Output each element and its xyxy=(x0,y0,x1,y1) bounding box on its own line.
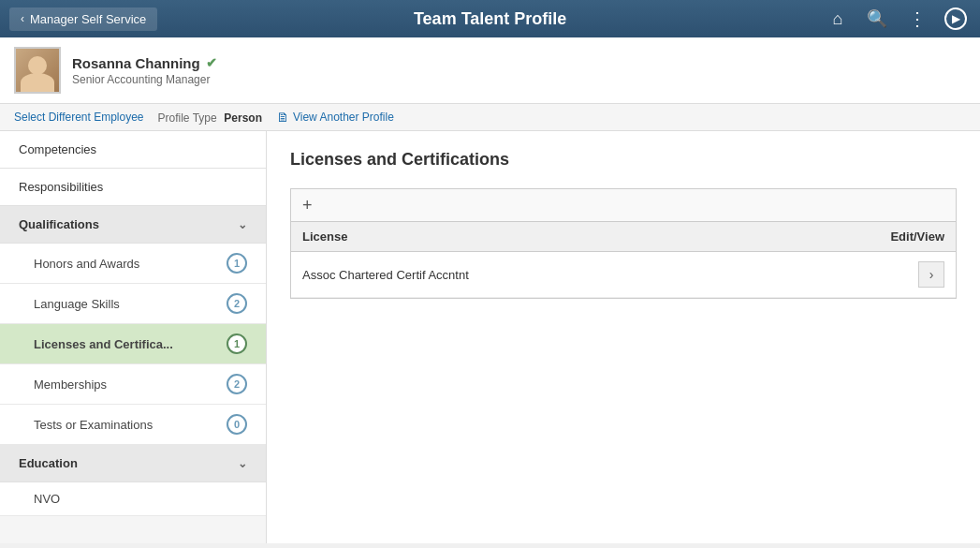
sidebar-section-qualifications[interactable]: Qualifications ⌄ xyxy=(0,206,266,244)
select-employee-link[interactable]: Select Different Employee xyxy=(14,111,144,124)
sidebar-item-label: Competencies xyxy=(19,142,96,156)
sidebar-item-label: Responsibilities xyxy=(19,180,103,194)
chevron-down-icon: ⌄ xyxy=(238,218,247,231)
table-header: License Edit/View xyxy=(291,222,956,252)
sidebar-sub-item-label: Language Skills xyxy=(34,297,120,311)
memberships-badge: 2 xyxy=(227,374,247,394)
page-title: Team Talent Profile xyxy=(157,9,823,29)
profile-bar: Rosanna Channing ✔ Senior Accounting Man… xyxy=(0,37,980,104)
profile-button[interactable]: ▶ xyxy=(941,4,971,34)
sidebar-sub-item-label: Honors and Awards xyxy=(34,257,139,271)
sidebar-item-tests-exams[interactable]: Tests or Examinations 0 xyxy=(0,405,266,445)
avatar xyxy=(14,47,61,94)
license-value: Assoc Chartered Certif Accntnt xyxy=(302,268,851,282)
sidebar-section-education[interactable]: Education ⌄ xyxy=(0,445,266,482)
sidebar-sub-item-label: Licenses and Certifica... xyxy=(34,337,173,351)
sidebar-sub-item-label: Memberships xyxy=(34,378,107,392)
sidebar-item-memberships[interactable]: Memberships 2 xyxy=(0,364,266,405)
back-button[interactable]: ‹ Manager Self Service xyxy=(9,7,157,31)
search-button[interactable]: 🔍 xyxy=(862,4,892,34)
more-options-button[interactable]: ⋮ xyxy=(901,4,931,34)
view-another-icon: 🗎 xyxy=(276,110,289,125)
section-label: Qualifications xyxy=(19,217,99,231)
app-header: ‹ Manager Self Service Team Talent Profi… xyxy=(0,0,980,37)
sidebar-sub-item-label: NVO xyxy=(34,492,60,506)
licenses-badge: 1 xyxy=(227,333,247,354)
main-layout: Competencies Responsibilities Qualificat… xyxy=(0,131,980,543)
employee-job-title: Senior Accounting Manager xyxy=(72,73,966,86)
back-button-label: Manager Self Service xyxy=(30,12,146,26)
back-chevron-icon: ‹ xyxy=(21,12,24,25)
section-label: Education xyxy=(19,456,78,470)
home-button[interactable]: ⌂ xyxy=(823,4,853,34)
sidebar-item-responsibilities[interactable]: Responsibilities xyxy=(0,169,266,206)
profile-type-label: Profile Type Person xyxy=(158,111,262,125)
license-column-header: License xyxy=(302,230,851,244)
edit-view-cell: › xyxy=(851,261,944,288)
tests-badge: 0 xyxy=(227,414,247,435)
profile-info: Rosanna Channing ✔ Senior Accounting Man… xyxy=(72,55,966,86)
view-another-profile-link[interactable]: 🗎 View Another Profile xyxy=(276,110,394,125)
sidebar-item-competencies[interactable]: Competencies xyxy=(0,131,266,169)
employee-name: Rosanna Channing ✔ xyxy=(72,55,966,71)
profile-circle-icon: ▶ xyxy=(944,7,967,30)
language-badge: 2 xyxy=(227,293,247,314)
add-toolbar: + xyxy=(290,188,957,222)
header-icons: ⌂ 🔍 ⋮ ▶ xyxy=(823,4,971,34)
sidebar-item-honors-awards[interactable]: Honors and Awards 1 xyxy=(0,244,266,284)
verified-check-icon: ✔ xyxy=(206,55,217,70)
sidebar-item-licenses-certs[interactable]: Licenses and Certifica... 1 xyxy=(0,324,266,364)
avatar-image xyxy=(16,49,59,92)
search-icon: 🔍 xyxy=(867,8,887,29)
licenses-table: License Edit/View Assoc Chartered Certif… xyxy=(290,222,957,299)
edit-column-header: Edit/View xyxy=(851,230,944,244)
chevron-down-icon: ⌄ xyxy=(238,457,247,470)
honors-badge: 1 xyxy=(227,253,247,274)
sidebar-sub-item-label: Tests or Examinations xyxy=(34,418,153,432)
content-area: Licenses and Certifications + License Ed… xyxy=(267,131,980,543)
sub-header: Select Different Employee Profile Type P… xyxy=(0,104,980,131)
edit-view-button[interactable]: › xyxy=(918,261,944,288)
sidebar: Competencies Responsibilities Qualificat… xyxy=(0,131,267,543)
home-icon: ⌂ xyxy=(833,9,843,29)
sidebar-item-language-skills[interactable]: Language Skills 2 xyxy=(0,284,266,324)
add-record-button[interactable]: + xyxy=(302,197,313,214)
table-row: Assoc Chartered Certif Accntnt › xyxy=(291,252,956,298)
sidebar-item-nvo[interactable]: NVO xyxy=(0,482,266,516)
more-icon: ⋮ xyxy=(908,7,925,30)
content-title: Licenses and Certifications xyxy=(290,150,957,170)
